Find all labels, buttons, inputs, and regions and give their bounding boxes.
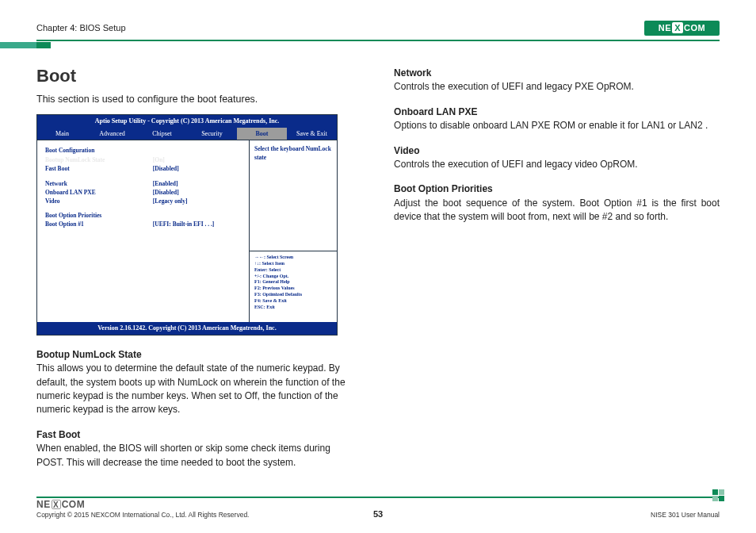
bop-heading: Boot Option Priorities — [394, 182, 720, 196]
lanpxe-heading: Onboard LAN PXE — [394, 105, 720, 119]
tab-security[interactable]: Security — [187, 128, 237, 140]
bios-section-boot-config: Boot Configuration — [45, 147, 241, 155]
fastboot-paragraph: When enabled, the BIOS will shorten or s… — [36, 443, 330, 467]
copyright-text: Copyright © 2015 NEXCOM International Co… — [36, 511, 249, 519]
page-number: 53 — [373, 509, 383, 519]
tab-advanced[interactable]: Advanced — [87, 128, 137, 140]
bios-row-network[interactable]: Network [Enabled] — [45, 180, 241, 189]
bios-section-boot-priorities: Boot Option Priorities — [45, 212, 241, 220]
key-hint: ESC: Exit — [254, 305, 332, 311]
bios-row-network-label: Network — [45, 180, 153, 189]
bios-footer: Version 2.16.1242. Copyright (C) 2013 Am… — [37, 322, 337, 335]
bios-keymap: →←: Select Screen ↑↓: Select Item Enter:… — [250, 251, 337, 322]
bios-row-lanpxe[interactable]: Onboard LAN PXE [Disabled] — [45, 189, 241, 197]
key-hint: F1: General Help — [254, 279, 332, 286]
bios-row-video-value: [Legacy only] — [153, 197, 241, 206]
key-hint: →←: Select Screen — [254, 255, 332, 261]
key-hint: F3: Optimized Defaults — [254, 292, 332, 298]
numlock-heading: Bootup NumLock State — [36, 348, 359, 362]
fastboot-heading: Fast Boot — [36, 428, 359, 442]
tab-boot[interactable]: Boot — [237, 128, 287, 140]
footer-logo: NEXCOM — [36, 498, 96, 511]
network-paragraph: Controls the execution of UEFI and legac… — [394, 81, 634, 92]
key-hint: ↑↓: Select Item — [254, 261, 332, 267]
logo-text-left: NE — [659, 23, 671, 33]
tab-save-exit[interactable]: Save & Exit — [287, 128, 337, 140]
bios-row-fastboot-value: [Disabled] — [153, 165, 241, 174]
logo-text-right: COM — [684, 23, 705, 33]
video-paragraph: Controls the execution of UEFI and legac… — [394, 159, 637, 170]
bios-row-numlock-value: [On] — [153, 156, 241, 165]
network-heading: Network — [394, 67, 720, 80]
bios-row-numlock-label: Bootup NumLock State — [45, 156, 153, 165]
bios-main-panel: Boot Configuration Bootup NumLock State … — [37, 140, 250, 322]
key-hint: F4: Save & Exit — [254, 298, 332, 305]
key-hint: F2: Previous Values — [254, 286, 332, 292]
bop-paragraph: Adjust the boot sequence of the system. … — [394, 197, 720, 222]
bios-row-lanpxe-label: Onboard LAN PXE — [45, 189, 153, 197]
key-hint: +/-: Change Opt. — [254, 274, 332, 280]
bios-row-numlock[interactable]: Bootup NumLock State [On] — [45, 156, 241, 165]
numlock-paragraph: This allows you to determine the default… — [36, 362, 346, 415]
header-rule — [36, 40, 720, 41]
bios-tabs: Main Advanced Chipset Security Boot Save… — [37, 128, 337, 140]
bios-row-video-label: Video — [45, 197, 153, 206]
bios-row-video[interactable]: Video [Legacy only] — [45, 197, 241, 206]
page-title: Boot — [36, 63, 359, 89]
logo-x-icon: X — [672, 22, 683, 33]
brand-logo: NE X COM — [644, 21, 720, 36]
video-heading: Video — [394, 144, 720, 158]
key-hint: Enter: Select — [254, 267, 332, 274]
bios-row-fastboot[interactable]: Fast Boot [Disabled] — [45, 165, 241, 174]
lanpxe-paragraph: Options to disable onboard LAN PXE ROM o… — [394, 120, 708, 131]
bios-screenshot: Aptio Setup Utility - Copyright (C) 2013… — [36, 114, 338, 336]
tab-chipset[interactable]: Chipset — [137, 128, 187, 140]
tab-main[interactable]: Main — [37, 128, 87, 140]
bios-titlebar: Aptio Setup Utility - Copyright (C) 2013… — [37, 115, 337, 128]
bios-help-text: Select the keyboard NumLock state — [250, 140, 337, 251]
bios-row-network-value: [Enabled] — [153, 180, 241, 189]
intro-text: This section is used to configure the bo… — [36, 92, 359, 106]
chapter-label: Chapter 4: BIOS Setup — [36, 23, 126, 33]
bios-row-bo1-label: Boot Option #1 — [45, 220, 153, 229]
bios-row-lanpxe-value: [Disabled] — [153, 189, 241, 197]
manual-name: NISE 301 User Manual — [651, 511, 720, 519]
bios-row-fastboot-label: Fast Boot — [45, 165, 153, 174]
bios-row-bootoption1[interactable]: Boot Option #1 [UEFI: Built-in EFI . . .… — [45, 220, 241, 229]
bios-row-bo1-value: [UEFI: Built-in EFI . . .] — [153, 220, 241, 229]
